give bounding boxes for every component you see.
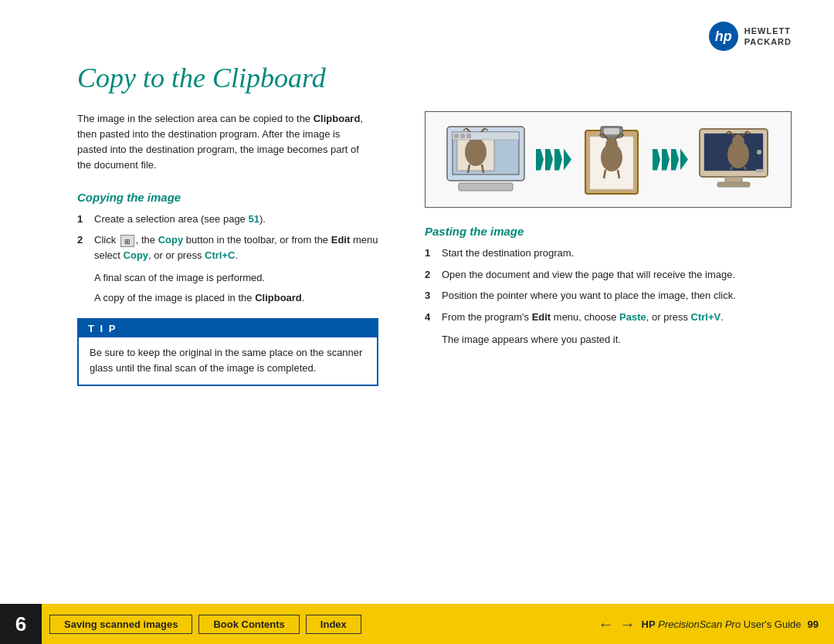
svg-rect-12 (454, 134, 459, 138)
pasting-step-3: 3 Position the pointer where you want to… (425, 288, 792, 303)
hp-logo: hp HEWLETT PACKARD (709, 22, 792, 51)
svg-rect-13 (460, 134, 465, 138)
pasting-step-1: 1 Start the destination program. (425, 246, 792, 261)
right-column: Pasting the image 1 Start the destinatio… (425, 111, 792, 386)
svg-point-41 (757, 150, 761, 154)
svg-rect-40 (717, 182, 750, 187)
pasting-step-4: 4 From the program's Edit menu, choose P… (425, 310, 792, 325)
prev-arrow-icon[interactable]: ← (598, 615, 614, 633)
illustration-box (425, 111, 792, 208)
copy-button-icon: ⊞ (120, 235, 134, 247)
main-content: Copy to the Clipboard The image in the s… (77, 62, 792, 575)
page-title: Copy to the Clipboard (77, 62, 792, 94)
intro-text: The image in the selection area can be c… (77, 111, 371, 174)
page-number-left: 6 (0, 604, 42, 644)
svg-point-21 (605, 137, 618, 153)
book-contents-link[interactable]: Book Contents (198, 615, 299, 634)
svg-point-32 (732, 134, 744, 150)
nav-right: ← → HP PrecisionScan Pro User's Guide 99 (598, 615, 834, 633)
arrow-2 (653, 149, 688, 171)
tip-header: T I P (79, 320, 377, 337)
page-number-right: 99 (808, 619, 819, 630)
two-col-layout: The image in the selection area can be c… (77, 111, 792, 386)
page-container: hp HEWLETT PACKARD Copy to the Clipboard… (0, 0, 834, 644)
copying-header: Copying the image (77, 191, 402, 204)
nav-links: Saving scanned images Book Contents Inde… (42, 615, 598, 634)
svg-rect-42 (756, 169, 764, 172)
scanner-illustration (443, 123, 528, 196)
svg-rect-15 (459, 183, 513, 191)
left-column: The image in the selection area can be c… (77, 111, 402, 386)
tip-content: Be sure to keep the original in the same… (79, 337, 377, 384)
next-arrow-icon[interactable]: → (620, 615, 636, 633)
clipboard-illustration (579, 123, 645, 196)
hp-circle-icon: hp (709, 22, 738, 51)
svg-rect-14 (466, 134, 471, 138)
index-link[interactable]: Index (306, 615, 361, 634)
copying-note-2: A copy of the image is placed in the Cli… (94, 290, 402, 306)
saving-scanned-images-link[interactable]: Saving scanned images (49, 615, 192, 634)
copying-steps-list: 1 Create a selection area (see page 51).… (77, 212, 402, 263)
pasting-steps-list: 1 Start the destination program. 2 Open … (425, 246, 792, 324)
hp-brand-text: HEWLETT PACKARD (744, 25, 792, 48)
copying-step-2: 2 Click ⊞, the Copy button in the toolba… (77, 232, 402, 263)
arrow-1 (536, 149, 571, 171)
bottom-bar: 6 Saving scanned images Book Contents In… (0, 604, 834, 644)
pasting-note: The image appears where you pasted it. (442, 332, 792, 347)
svg-rect-19 (604, 128, 619, 134)
monitor-illustration (696, 125, 773, 195)
copying-note-1: A final scan of the image is performed. (94, 270, 402, 286)
pasting-step-2: 2 Open the document and view the page th… (425, 267, 792, 283)
tip-box: T I P Be sure to keep the original in th… (77, 318, 378, 385)
hp-guide-text: HP PrecisionScan Pro User's Guide (642, 619, 802, 630)
copying-step-1: 1 Create a selection area (see page 51). (77, 212, 402, 227)
pasting-header: Pasting the image (425, 225, 792, 238)
